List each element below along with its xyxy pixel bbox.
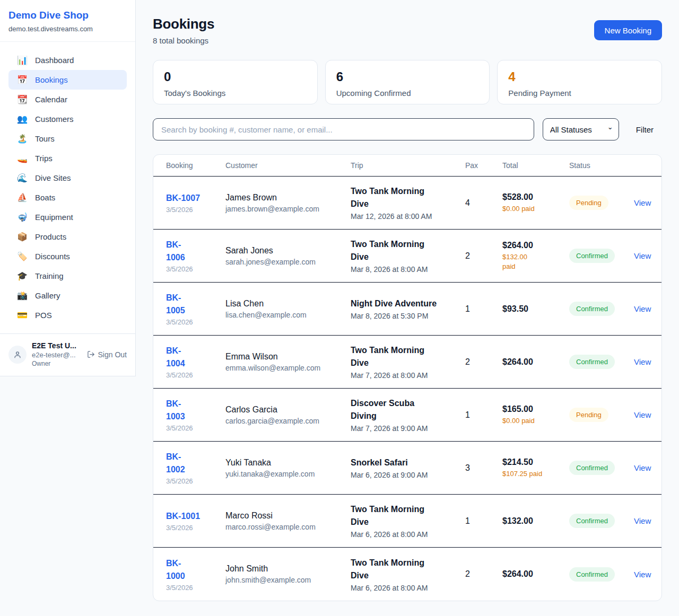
new-booking-button[interactable]: New Booking — [594, 20, 662, 40]
pax-value: 1 — [465, 410, 502, 420]
sidebar-item-label: Calendar — [35, 95, 67, 104]
booking-id-link[interactable]: BK- 1004 — [166, 345, 225, 370]
sidebar-item-equipment[interactable]: 🤿 Equipment — [8, 207, 127, 227]
table-row: BK- 1000 3/5/2026 John Smith john.smith@… — [153, 548, 661, 601]
user-name: E2E Test U... — [32, 341, 82, 350]
sidebar-item-gallery[interactable]: 📸 Gallery — [8, 286, 127, 305]
sidebar-item-label: Dashboard — [35, 56, 74, 65]
sidebar-item-label: Dive Sites — [35, 173, 71, 182]
customer-cell: Marco Rossi marco.rossi@example.com — [225, 511, 351, 531]
pax-value: 1 — [465, 304, 502, 314]
column-header-booking: Booking — [166, 161, 225, 170]
status-badge: Pending — [569, 408, 608, 422]
trip-cell: Two Tank Morning Dive Mar 12, 2026 at 8:… — [351, 185, 465, 221]
trip-time: Mar 6, 2026 at 8:00 AM — [351, 530, 465, 539]
trip-cell: Two Tank Morning Dive Mar 6, 2026 at 8:0… — [351, 557, 465, 592]
total-cell: $165.00 $0.00 paid — [502, 404, 569, 426]
sidebar-item-dashboard[interactable]: 📊 Dashboard — [8, 50, 127, 70]
trip-name: Night Dive Adventure — [351, 297, 465, 310]
status-badge: Confirmed — [569, 302, 615, 316]
stat-value: 4 — [508, 69, 651, 85]
sidebar: Demo Dive Shop demo.test.divestreams.com… — [0, 0, 136, 376]
sidebar-item-customers[interactable]: 👥 Customers — [8, 109, 127, 129]
sidebar-item-discounts[interactable]: 🏷️ Discounts — [8, 247, 127, 266]
booking-date: 3/5/2026 — [166, 265, 225, 273]
bookings-table: BookingCustomerTripPaxTotalStatus BK-100… — [153, 154, 662, 601]
sidebar-item-trips[interactable]: 🚤 Trips — [8, 148, 127, 168]
sidebar-item-pos[interactable]: 💳 POS — [8, 305, 127, 325]
booking-id-link[interactable]: BK- 1005 — [166, 292, 225, 317]
search-input[interactable] — [153, 118, 534, 140]
view-link[interactable]: View — [634, 251, 651, 260]
sidebar-item-products[interactable]: 📦 Products — [8, 227, 127, 247]
view-link[interactable]: View — [634, 357, 651, 366]
paid-amount: $0.00 paid — [502, 416, 569, 426]
sidebar-item-label: Equipment — [35, 213, 73, 222]
sidebar-nav: 📊 Dashboard 📅 Bookings 📆 Calendar 👥 Cust… — [0, 42, 135, 330]
status-badge: Confirmed — [569, 567, 615, 582]
sidebar-item-dive-sites[interactable]: 🌊 Dive Sites — [8, 168, 127, 188]
status-cell: Confirmed — [569, 567, 634, 582]
trip-time: Mar 6, 2026 at 9:00 AM — [351, 471, 465, 479]
trip-name: Snorkel Safari — [351, 456, 465, 469]
sidebar-item-tours[interactable]: 🏝️ Tours — [8, 129, 127, 148]
stats-row: 0 Today's Bookings 6 Upcoming Confirmed … — [153, 60, 662, 104]
pax-value: 1 — [465, 516, 502, 526]
sign-out-button[interactable]: Sign Out — [87, 350, 127, 359]
booking-id-link[interactable]: BK- 1000 — [166, 557, 225, 583]
stat-card: 6 Upcoming Confirmed — [325, 60, 490, 104]
customer-cell: Lisa Chen lisa.chen@example.com — [225, 299, 351, 319]
bar-chart-icon: 📊 — [17, 56, 28, 65]
table-row: BK- 1004 3/5/2026 Emma Wilson emma.wilso… — [153, 336, 661, 389]
customer-cell: James Brown james.brown@example.com — [225, 193, 351, 213]
status-badge: Confirmed — [569, 514, 615, 528]
total-amount: $93.50 — [502, 304, 569, 314]
diving-mask-icon: 🤿 — [17, 213, 28, 222]
column-header-total: Total — [502, 161, 569, 170]
tear-off-calendar-icon: 📆 — [17, 95, 28, 104]
column-header-customer: Customer — [225, 161, 351, 170]
booking-date: 3/5/2026 — [166, 318, 225, 326]
view-link[interactable]: View — [634, 304, 651, 313]
user-email: e2e-tester@... — [32, 351, 82, 359]
customer-email: john.smith@example.com — [225, 576, 351, 584]
total-cell: $264.00 — [502, 569, 569, 579]
paid-amount: $0.00 paid — [502, 204, 569, 214]
booking-cell: BK- 1005 3/5/2026 — [166, 292, 225, 326]
column-header-status: Status — [569, 161, 634, 170]
trip-name: Two Tank Morning Dive — [351, 503, 465, 529]
view-link[interactable]: View — [634, 198, 651, 207]
paid-amount: $107.25 paid — [502, 469, 569, 479]
booking-id-link[interactable]: BK-1001 — [166, 510, 225, 523]
view-link[interactable]: View — [634, 410, 651, 419]
trip-time: Mar 7, 2026 at 9:00 AM — [351, 424, 465, 433]
page-title: Bookings — [153, 16, 214, 32]
booking-id-link[interactable]: BK- 1006 — [166, 239, 225, 264]
view-link[interactable]: View — [634, 516, 651, 525]
table-row: BK- 1003 3/5/2026 Carlos Garcia carlos.g… — [153, 389, 661, 442]
status-select[interactable]: All Statuses — [543, 118, 619, 140]
view-link[interactable]: View — [634, 570, 651, 579]
table-body: BK-1007 3/5/2026 James Brown james.brown… — [153, 177, 661, 601]
status-cell: Confirmed — [569, 514, 634, 528]
total-amount: $214.50 — [502, 457, 569, 467]
stat-value: 6 — [336, 69, 479, 85]
customer-email: carlos.garcia@example.com — [225, 417, 351, 425]
sidebar-item-training[interactable]: 🎓 Training — [8, 266, 127, 286]
total-cell: $214.50 $107.25 paid — [502, 457, 569, 479]
table-row: BK- 1002 3/5/2026 Yuki Tanaka yuki.tanak… — [153, 442, 661, 495]
pax-value: 2 — [465, 251, 502, 261]
customer-email: yuki.tanaka@example.com — [225, 470, 351, 478]
brand-name: Demo Dive Shop — [8, 10, 127, 21]
total-amount: $528.00 — [502, 192, 569, 202]
booking-id-link[interactable]: BK-1007 — [166, 192, 225, 205]
booking-id-link[interactable]: BK- 1003 — [166, 398, 225, 423]
sidebar-item-calendar[interactable]: 📆 Calendar — [8, 90, 127, 109]
sidebar-item-bookings[interactable]: 📅 Bookings — [8, 70, 127, 90]
sidebar-item-boats[interactable]: ⛵ Boats — [8, 188, 127, 207]
view-link[interactable]: View — [634, 463, 651, 472]
filter-button[interactable]: Filter — [628, 125, 662, 134]
booking-id-link[interactable]: BK- 1002 — [166, 451, 225, 476]
calendar-date-icon: 📅 — [17, 76, 28, 84]
trip-cell: Discover Scuba Diving Mar 7, 2026 at 9:0… — [351, 397, 465, 433]
